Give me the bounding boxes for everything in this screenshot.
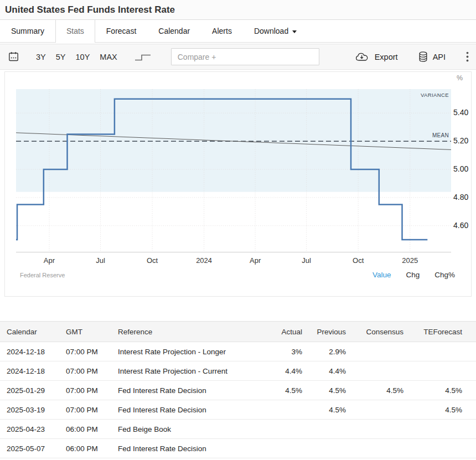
x-tick-label: 2025: [391, 256, 430, 265]
tab-calendar[interactable]: Calendar: [147, 20, 201, 42]
table-row[interactable]: 2024-12-1807:00 PMInterest Rate Projecti…: [0, 342, 476, 361]
tab-alerts[interactable]: Alerts: [201, 20, 243, 42]
chart-type-button[interactable]: [133, 51, 153, 63]
column-header-teforecast: TEForecast: [403, 322, 476, 342]
teforecast-cell: [403, 361, 476, 381]
table-row[interactable]: 2025-04-2306:00 PMFed Beige Book: [0, 420, 476, 439]
reference-cell: Fed Beige Book: [111, 420, 260, 439]
previous-cell: [302, 439, 346, 458]
teforecast-cell: 4.5%: [403, 381, 476, 400]
consensus-cell: 4.5%: [346, 381, 403, 400]
table-row[interactable]: 2025-01-2907:00 PMFed Interest Rate Deci…: [0, 381, 476, 400]
date-cell: 2025-05-07: [0, 439, 59, 458]
x-tick-label: Jul: [81, 256, 120, 265]
range-max-button[interactable]: MAX: [100, 53, 117, 61]
actual-cell: [260, 420, 302, 439]
actual-cell: 4.5%: [260, 381, 302, 400]
tab-forecast[interactable]: Forecast: [95, 20, 147, 42]
tab-stats[interactable]: Stats: [55, 20, 95, 42]
teforecast-cell: [403, 439, 476, 458]
time-cell: 06:00 PM: [59, 439, 111, 458]
range-10y-button[interactable]: 10Y: [76, 53, 90, 61]
table-row[interactable]: 2025-05-0706:00 PMFed Interest Rate Deci…: [0, 439, 476, 458]
series-mode-links: ValueChgChg%: [372, 271, 455, 279]
compare-input[interactable]: [171, 48, 319, 65]
previous-cell: [302, 420, 346, 439]
range-3y-button[interactable]: 3Y: [36, 53, 46, 61]
y-tick-label: 4.60: [453, 221, 476, 230]
x-tick-label: Oct: [339, 256, 377, 265]
actual-cell: [260, 439, 302, 458]
tab-label: Forecast: [106, 27, 136, 35]
date-cell: 2025-01-29: [0, 381, 59, 400]
time-cell: 06:00 PM: [59, 420, 111, 439]
series-mode-value[interactable]: Value: [372, 271, 391, 279]
tab-summary[interactable]: Summary: [0, 20, 55, 42]
toolbar-right-group: Export API: [355, 51, 469, 63]
previous-cell: 2.9%: [302, 342, 346, 361]
step-line-icon: [133, 51, 153, 63]
consensus-cell: [346, 400, 403, 420]
date-cell: 2024-12-18: [0, 361, 59, 381]
more-options-button[interactable]: [466, 51, 469, 62]
page-title: United States Fed Funds Interest Rate: [5, 4, 175, 15]
x-tick-label: Apr: [30, 256, 69, 265]
x-tick-label: Oct: [133, 256, 172, 265]
fed-funds-rate-chart[interactable]: VARIANCEMEAN: [16, 89, 451, 252]
cloud-download-icon: [355, 52, 370, 62]
y-tick-label: 5.00: [453, 164, 476, 173]
y-tick-label: 5.20: [453, 136, 476, 145]
column-header-previous: Previous: [302, 322, 346, 342]
column-header-consensus: Consensus: [346, 322, 403, 342]
svg-text:VARIANCE: VARIANCE: [421, 92, 449, 98]
export-label: Export: [375, 53, 398, 61]
series-mode-chg[interactable]: Chg%: [434, 271, 455, 279]
range-buttons: 3Y5Y10YMAX: [36, 53, 117, 61]
chart-toolbar: 3Y5Y10YMAX Export API: [0, 44, 476, 70]
column-header-calendar: Calendar: [0, 322, 59, 342]
consensus-cell: [346, 361, 403, 381]
teforecast-cell: [403, 342, 476, 361]
consensus-cell: [346, 439, 403, 458]
tab-bar: SummaryStatsForecastCalendarAlertsDownlo…: [0, 20, 476, 43]
reference-cell: Fed Interest Rate Decision: [111, 400, 260, 420]
api-label: API: [433, 53, 446, 61]
column-header-reference: Reference: [111, 322, 260, 342]
economic-calendar-table: CalendarGMTReferenceActualPreviousConsen…: [0, 321, 476, 458]
api-button[interactable]: API: [418, 51, 446, 63]
tab-download[interactable]: Download: [243, 20, 308, 42]
date-cell: 2024-12-18: [0, 342, 59, 361]
tab-label: Calendar: [158, 27, 190, 35]
reference-cell: Interest Rate Projection - Longer: [111, 342, 260, 361]
reference-cell: Interest Rate Projection - Current: [111, 361, 260, 381]
x-tick-label: Jul: [287, 256, 326, 265]
y-axis-unit-label: %: [457, 74, 463, 82]
x-tick-label: Apr: [236, 256, 275, 265]
chart-card: % VARIANCEMEAN 5.405.205.004.804.60 AprJ…: [4, 71, 472, 297]
previous-cell: 4.5%: [302, 381, 346, 400]
consensus-cell: [346, 420, 403, 439]
series-mode-chg[interactable]: Chg: [406, 271, 420, 279]
tab-label: Download: [254, 27, 288, 35]
date-cell: 2025-03-19: [0, 400, 59, 420]
previous-cell: 4.4%: [302, 361, 346, 381]
time-cell: 07:00 PM: [59, 400, 111, 420]
table-row[interactable]: 2024-12-1807:00 PMInterest Rate Projecti…: [0, 361, 476, 381]
chevron-down-icon: [292, 30, 297, 33]
column-header-gmt: GMT: [59, 322, 111, 342]
svg-text:MEAN: MEAN: [432, 132, 449, 138]
y-tick-label: 5.40: [453, 108, 476, 117]
time-cell: 07:00 PM: [59, 342, 111, 361]
export-button[interactable]: Export: [355, 52, 398, 62]
actual-cell: 4.4%: [260, 361, 302, 381]
database-icon: [418, 51, 428, 63]
chart-footer: Federal Reserve ValueChgChg%: [20, 271, 455, 279]
range-5y-button[interactable]: 5Y: [56, 53, 66, 61]
calendar-range-button[interactable]: [8, 51, 19, 63]
table-row[interactable]: 2025-03-1907:00 PMFed Interest Rate Deci…: [0, 400, 476, 420]
kebab-menu-icon: [466, 51, 469, 62]
source-attribution: Federal Reserve: [20, 272, 65, 278]
previous-cell: 4.5%: [302, 400, 346, 420]
reference-cell: Fed Interest Rate Decision: [111, 381, 260, 400]
reference-cell: Fed Interest Rate Decision: [111, 439, 260, 458]
